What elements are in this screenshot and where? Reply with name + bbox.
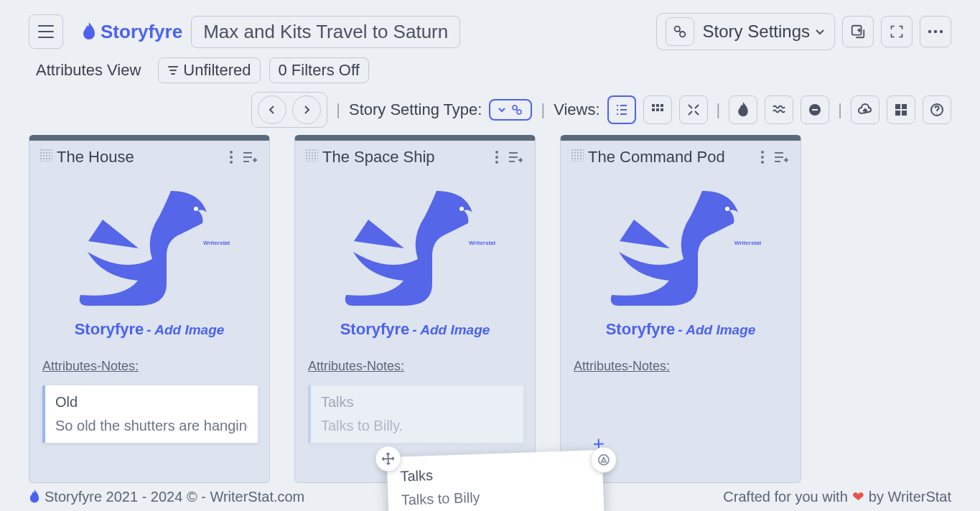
drag-handle[interactable] [39,149,52,161]
card-header: The House [29,141,269,167]
drag-handle[interactable] [571,149,584,161]
svg-text:Writerstat: Writerstat [469,240,496,246]
compact-icon [686,103,701,117]
story-settings-label: Story Settings [703,22,810,42]
dragon-icon: Writerstat [329,177,501,320]
more-vertical-icon [495,150,499,164]
note-card[interactable]: Old So old the shutters are hanging si [42,385,258,443]
footer-left: Storyfyre 2021 - 2024 © - WriterStat.com [45,489,304,505]
cloud-button[interactable] [851,95,879,124]
attributes-label: Attributes-Notes: [561,346,801,378]
list-plus-icon [242,150,259,164]
card-actions [760,150,790,164]
expand-icon [890,24,904,39]
svg-point-3 [928,30,931,33]
story-title[interactable]: Max and Kits Travel to Saturn [191,16,460,48]
svg-point-22 [230,161,233,164]
note-body: So old the shutters are hanging si [55,418,248,434]
placeholder-add: - Add Image [146,322,224,338]
svg-point-20 [230,151,233,154]
setting-type-selector[interactable] [489,99,532,121]
setting-card: The Space Ship Writerstat Storyfyre - Ad… [294,135,536,483]
placeholder-add: - Add Image [412,322,490,338]
drag-handle[interactable] [305,149,318,161]
flame-icon [737,102,750,118]
dashboard-button[interactable] [887,95,915,124]
brand-link[interactable]: Storyfyre [82,21,182,43]
svg-rect-15 [895,104,900,109]
attributes-label: Attributes-Notes: [29,346,269,378]
compass-icon [597,454,610,467]
svg-rect-17 [895,111,900,116]
note-title: Talks [400,461,590,484]
dragon-icon: Writerstat [594,177,767,320]
card-add-button[interactable] [773,150,790,164]
flame-icon [29,489,40,504]
view-compact-button[interactable] [679,95,708,124]
attributes-label: Attributes-Notes: [295,346,535,378]
card-add-button[interactable] [508,150,525,164]
prev-button[interactable] [258,95,286,124]
second-bar: Attributes View Unfiltered 0 Filters Off [0,50,980,83]
svg-text:Writerstat: Writerstat [734,240,762,246]
move-handle[interactable] [375,446,401,472]
attributes-view-label: Attributes View [36,58,149,83]
image-placeholder[interactable]: Writerstat Storyfyre - Add Image [295,167,535,346]
fullscreen-button[interactable] [881,16,913,47]
help-icon [930,103,944,117]
views-label: Views: [554,100,599,119]
card-actions [495,150,525,164]
filter-button[interactable]: Unfiltered [158,57,260,83]
image-placeholder[interactable]: Writerstat Storyfyre - Add Image [29,167,269,346]
svg-point-6 [513,106,517,110]
duplicate-icon [850,24,866,39]
flame-icon [82,22,96,41]
card-title[interactable]: The Command Pod [588,148,760,167]
separator: | [335,100,342,119]
setting-card: The Command Pod Writerstat Storyfyre - A… [560,135,801,483]
more-vertical-icon [760,150,765,164]
svg-rect-9 [656,104,659,107]
card-menu-button[interactable] [495,150,499,164]
filters-off-button[interactable]: 0 Filters Off [269,57,369,83]
more-button[interactable] [920,16,951,47]
card-title[interactable]: The House [57,148,229,167]
top-right-controls: Story Settings [656,13,951,50]
heart-icon: ❤ [852,488,864,505]
svg-point-23 [194,207,198,211]
card-add-button[interactable] [242,150,259,164]
svg-rect-12 [656,108,659,111]
circle-button[interactable] [801,95,829,124]
card-title[interactable]: The Space Ship [322,148,495,167]
view-list-button[interactable] [607,95,636,124]
card-menu-button[interactable] [229,150,233,164]
svg-point-7 [517,110,521,114]
svg-point-27 [495,161,498,164]
help-button[interactable] [923,95,951,124]
svg-rect-16 [902,104,907,109]
list-icon [615,103,629,117]
svg-point-1 [680,32,685,37]
menu-button[interactable] [29,14,63,49]
cloud-icon [857,103,873,116]
chevron-down-icon [814,26,826,37]
svg-point-5 [940,30,943,33]
card-menu-button[interactable] [760,150,765,164]
next-button[interactable] [292,95,321,124]
dragon-icon: Writerstat [63,177,235,320]
view-grid-button[interactable] [643,95,672,124]
placeholder-brand: Storyfyre [75,320,144,339]
svg-point-21 [230,156,233,159]
image-placeholder[interactable]: Writerstat Storyfyre - Add Image [561,167,801,346]
flame-button[interactable] [729,95,757,124]
more-vertical-icon [229,150,233,164]
link-icon [666,17,694,46]
story-settings-button[interactable]: Story Settings [656,13,835,50]
wave-button[interactable] [765,95,793,124]
footer-right-prefix: Crafted for you with [723,489,847,505]
note-card-ghost: Talks Talks to Billy. [308,385,523,443]
list-plus-icon [773,150,790,164]
duplicate-button[interactable] [842,16,874,47]
compass-button[interactable] [591,447,617,473]
filter-icon [167,65,179,76]
